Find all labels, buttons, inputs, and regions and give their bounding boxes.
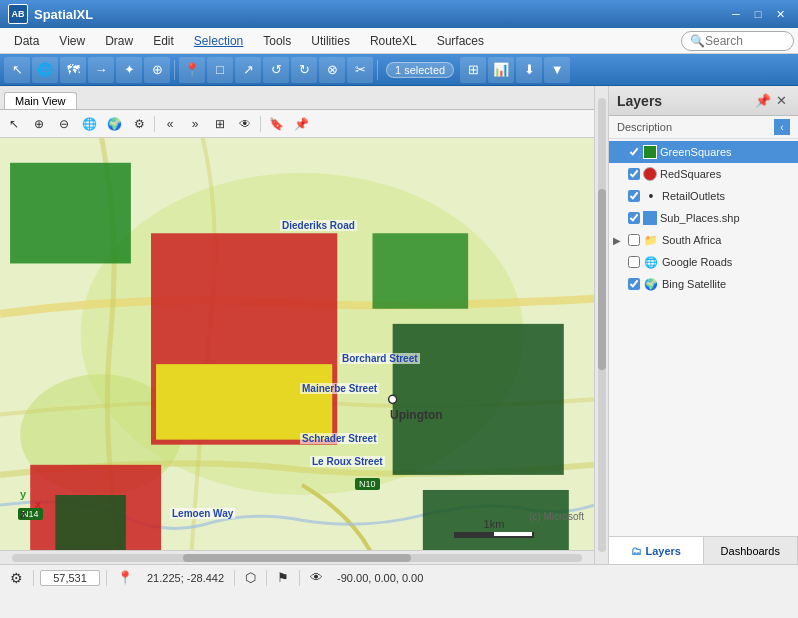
layer-checkbox-bingsatellite[interactable] [628, 278, 640, 290]
zoom-value[interactable]: 57,531 [40, 570, 100, 586]
layer-color-icon-redsquares [643, 167, 657, 181]
menu-utilities[interactable]: Utilities [301, 30, 360, 52]
menu-edit[interactable]: Edit [143, 30, 184, 52]
menu-routexl[interactable]: RouteXL [360, 30, 427, 52]
minimize-button[interactable]: ─ [726, 6, 746, 22]
map-view[interactable]: Diederiks Road Borchard Street Mainerbe … [0, 138, 594, 550]
h-scrollbar[interactable] [0, 550, 594, 564]
main-view-tab[interactable]: Main View [4, 92, 77, 109]
menu-surfaces[interactable]: Surfaces [427, 30, 494, 52]
layer-checkbox-greensquares[interactable] [628, 146, 640, 158]
layer-name-subplaces: Sub_Places.shp [660, 212, 794, 224]
layer-checkbox-googleroads[interactable] [628, 256, 640, 268]
map-globe2-btn[interactable]: 🌍 [102, 113, 126, 135]
map-pin-btn[interactable]: 📌 [289, 113, 313, 135]
menu-data[interactable]: Data [4, 30, 49, 52]
status-sep-5 [299, 570, 300, 586]
toolbar-btn-14[interactable]: ⊞ [460, 57, 486, 83]
toolbar-btn-4[interactable]: → [88, 57, 114, 83]
svg-rect-9 [55, 495, 125, 550]
layers-list: GreenSquares RedSquares • RetailOutlets [609, 139, 798, 536]
tab-layers[interactable]: 🗂 Layers [609, 537, 704, 564]
toolbar-btn-17[interactable]: ▼ [544, 57, 570, 83]
layer-item-subplaces[interactable]: Sub_Places.shp [609, 207, 798, 229]
layer-checkbox-redsquares[interactable] [628, 168, 640, 180]
layer-item-retailoutlets[interactable]: • RetailOutlets [609, 185, 798, 207]
menu-selection[interactable]: Selection [184, 30, 253, 52]
toolbar-btn-8[interactable]: □ [207, 57, 233, 83]
layers-tab-label: Layers [646, 545, 681, 557]
search-box[interactable]: 🔍 [681, 31, 794, 51]
toolbar-btn-6[interactable]: ⊕ [144, 57, 170, 83]
h-scrollbar-track[interactable] [12, 554, 582, 562]
layers-pin-icon[interactable]: 📌 [754, 92, 772, 110]
menu-bar: Data View Draw Edit Selection Tools Util… [0, 28, 798, 54]
tab-dashboards[interactable]: Dashboards [704, 537, 799, 564]
menu-view[interactable]: View [49, 30, 95, 52]
maptb-sep-2 [260, 116, 261, 132]
toolbar-btn-7[interactable]: 📍 [179, 57, 205, 83]
layer-item-redsquares[interactable]: RedSquares [609, 163, 798, 185]
camera-icon: 👁 [306, 570, 327, 585]
layers-desc-row: Description ‹ [609, 116, 798, 139]
toolbar-btn-3[interactable]: 🗺 [60, 57, 86, 83]
status-sep-2 [106, 570, 107, 586]
menu-draw[interactable]: Draw [95, 30, 143, 52]
map-bookmark-btn[interactable]: 🔖 [264, 113, 288, 135]
layers-tabs: 🗂 Layers Dashboards [609, 536, 798, 564]
v-scrollbar[interactable] [594, 86, 608, 564]
maximize-button[interactable]: □ [748, 6, 768, 22]
map-zoom-in-btn[interactable]: ⊕ [27, 113, 51, 135]
toolbar-btn-13[interactable]: ✂ [347, 57, 373, 83]
toolbar-btn-2[interactable]: 🌐 [32, 57, 58, 83]
map-globe-btn[interactable]: 🌐 [77, 113, 101, 135]
layer-item-googleroads[interactable]: 🌐 Google Roads [609, 251, 798, 273]
status-settings-icon[interactable]: ⚙ [6, 570, 27, 586]
map-prev-btn[interactable]: « [158, 113, 182, 135]
toolbar-btn-15[interactable]: 📊 [488, 57, 514, 83]
layer-name-bingsatellite: Bing Satellite [662, 278, 794, 290]
toolbar-btn-9[interactable]: ↗ [235, 57, 261, 83]
layers-collapse-button[interactable]: ‹ [774, 119, 790, 135]
svg-rect-5 [156, 364, 332, 440]
v-scrollbar-thumb[interactable] [598, 189, 606, 371]
layer-item-bingsatellite[interactable]: 🌍 Bing Satellite [609, 273, 798, 295]
map-eye-btn[interactable]: 👁 [233, 113, 257, 135]
svg-rect-6 [373, 233, 469, 309]
maptb-sep-1 [154, 116, 155, 132]
layer-item-southafrica[interactable]: ▶ 📁 South Africa [609, 229, 798, 251]
main-toolbar: ↖ 🌐 🗺 → ✦ ⊕ 📍 □ ↗ ↺ ↻ ⊗ ✂ 1 selected ⊞ 📊… [0, 54, 798, 86]
h-scrollbar-thumb[interactable] [183, 554, 411, 562]
status-bar: ⚙ 57,531 📍 21.225; -28.442 ⬡ ⚑ 👁 -90.00,… [0, 564, 798, 590]
toolbar-btn-1[interactable]: ↖ [4, 57, 30, 83]
layers-header: Layers 📌 ✕ [609, 86, 798, 116]
selection-badge: 1 selected [386, 62, 454, 78]
layer-checkbox-subplaces[interactable] [628, 212, 640, 224]
search-input[interactable] [705, 34, 785, 48]
map-next-btn[interactable]: » [183, 113, 207, 135]
v-scrollbar-track[interactable] [598, 98, 606, 552]
node-icon: ⬡ [241, 570, 260, 585]
axis-y-label: y [20, 488, 26, 500]
layers-close-icon[interactable]: ✕ [772, 92, 790, 110]
layer-checkbox-retailoutlets[interactable] [628, 190, 640, 202]
toolbar-btn-16[interactable]: ⬇ [516, 57, 542, 83]
toolbar-btn-11[interactable]: ↻ [291, 57, 317, 83]
window-controls: ─ □ ✕ [726, 6, 790, 22]
layer-item-greensquares[interactable]: GreenSquares [609, 141, 798, 163]
map-zoom-out-btn[interactable]: ⊖ [52, 113, 76, 135]
axis-z-label: z [20, 508, 26, 520]
layer-expand-icon-sa: ▶ [613, 235, 625, 246]
status-sep-4 [266, 570, 267, 586]
menu-tools[interactable]: Tools [253, 30, 301, 52]
map-select-btn[interactable]: ↖ [2, 113, 26, 135]
close-button[interactable]: ✕ [770, 6, 790, 22]
map-grid-btn[interactable]: ⊞ [208, 113, 232, 135]
main-area: Main View ↖ ⊕ ⊖ 🌐 🌍 ⚙ « » ⊞ 👁 🔖 📌 [0, 86, 798, 564]
toolbar-separator-1 [174, 60, 175, 80]
map-settings-btn[interactable]: ⚙ [127, 113, 151, 135]
toolbar-btn-12[interactable]: ⊗ [319, 57, 345, 83]
toolbar-btn-5[interactable]: ✦ [116, 57, 142, 83]
toolbar-btn-10[interactable]: ↺ [263, 57, 289, 83]
layer-checkbox-southafrica[interactable] [628, 234, 640, 246]
